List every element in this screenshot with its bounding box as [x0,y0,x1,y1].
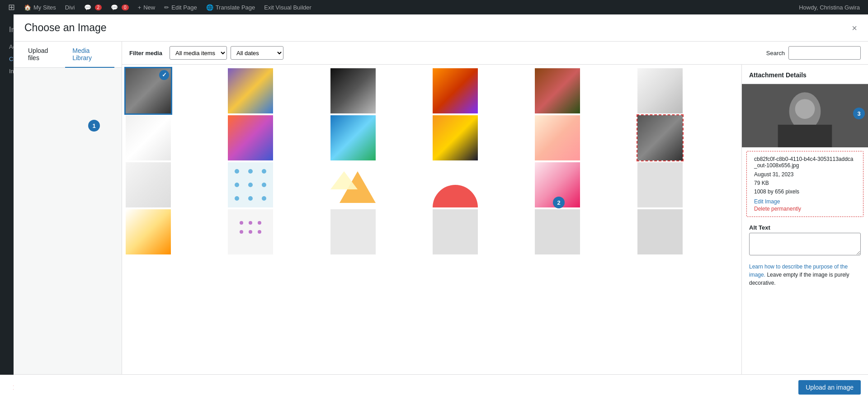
alt-text-label: Alt Text [749,224,861,231]
new-item[interactable]: + New [133,0,160,14]
attachment-thumbnail [742,84,868,147]
media-item[interactable] [433,68,478,113]
media-item[interactable] [637,209,683,254]
svg-point-2 [248,169,253,174]
media-item[interactable] [330,115,376,160]
modal-footer: Upload an image [14,374,868,400]
modal-close-button[interactable]: × [852,24,857,33]
comment-icon: 💬 [84,4,91,11]
media-item[interactable] [126,162,171,207]
svg-point-19 [249,230,252,234]
filter-label: Filter media [129,50,162,56]
media-item[interactable] [228,209,273,254]
admin-bar: ⊞ 🏠 My Sites Divi 💬 2 💬 0 + New ✏ Edit P… [0,0,868,14]
attachment-date: August 31, 2023 [754,170,856,179]
modal-body: Upload files Media Library Filter media … [14,42,868,374]
media-item[interactable] [228,162,273,207]
divi-item[interactable]: Divi [61,0,80,14]
main-content-area: Filter media All media items Images Audi… [122,42,868,374]
chat-badge: 0 [122,5,129,10]
svg-point-1 [235,169,239,174]
filter-bar: Filter media All media items Images Audi… [122,42,868,65]
media-item[interactable] [637,162,683,207]
media-item[interactable] [535,162,580,207]
globe-icon: 🌐 [206,4,213,11]
media-item[interactable] [535,209,580,254]
wp-logo-icon: ⊞ [8,2,15,12]
howdy-item[interactable]: Howdy, Christina Gwira [794,0,864,14]
media-type-select[interactable]: All media items Images Audio Video [170,46,227,60]
date-select[interactable]: All dates January 2024 August 2023 [231,46,283,60]
svg-point-20 [258,230,261,234]
alt-text-input[interactable] [749,233,861,255]
edit-icon: ✏ [164,4,169,11]
media-item[interactable] [126,115,171,160]
svg-point-16 [249,221,252,225]
exit-visual-builder-item[interactable]: Exit Visual Builder [259,0,316,14]
attachment-panel-title: Attachment Details [749,71,807,79]
svg-point-24 [795,99,815,119]
search-label: Search [766,50,785,56]
attachment-info-box: cb82fc0f-c8b0-4110-b4c4-3053113addca_out… [746,151,863,217]
media-item[interactable] [330,68,376,113]
edit-page-item[interactable]: ✏ Edit Page [160,0,201,14]
search-area: Search [766,46,861,60]
delete-image-link[interactable]: Delete permanently [754,206,856,212]
my-sites-item[interactable]: 🏠 My Sites [19,0,61,14]
media-item[interactable] [126,68,171,113]
modal-title: Choose an Image [24,22,107,34]
comments-item[interactable]: 💬 2 [80,0,107,14]
media-item[interactable] [535,68,580,113]
plus-icon: + [138,4,142,11]
media-item[interactable] [433,115,478,160]
svg-rect-23 [778,125,832,147]
attachment-filesize: 79 KB [754,179,856,188]
attachment-filename: cb82fc0f-c8b0-4110-b4c4-3053113addca_out… [754,156,856,169]
tab-media-library[interactable]: Media Library [65,42,114,68]
chat-item[interactable]: 💬 0 [106,0,133,14]
tab-upload-files[interactable]: Upload files [21,42,65,68]
search-input[interactable] [788,46,861,60]
media-item[interactable] [126,209,171,254]
svg-point-15 [240,221,243,225]
media-item[interactable] [330,209,376,254]
wp-logo-item[interactable]: ⊞ [4,0,19,14]
my-sites-icon: 🏠 [24,4,31,11]
media-grid-scroll [122,65,741,374]
svg-point-8 [248,196,253,201]
chat-icon: 💬 [111,4,118,11]
admin-bar-right: Howdy, Christina Gwira [794,0,864,14]
upload-image-button[interactable]: Upload an image [798,380,861,395]
left-panel: Upload files Media Library [14,42,122,374]
media-modal: Choose an Image × Upload files Media Lib… [14,14,868,400]
media-item[interactable] [228,68,273,113]
svg-point-6 [262,183,266,187]
svg-point-17 [258,221,261,225]
media-item[interactable] [330,162,376,207]
media-item[interactable] [228,115,273,160]
svg-point-7 [235,196,239,201]
modal-header: Choose an Image × [14,14,868,42]
media-item[interactable] [637,115,683,160]
svg-point-9 [262,196,266,201]
alt-text-field: Alt Text [742,221,868,261]
media-grid [126,68,738,254]
svg-point-18 [240,230,243,234]
svg-point-5 [248,183,253,187]
media-item[interactable] [637,68,683,113]
svg-point-4 [235,183,239,187]
attachment-panel-header: Attachment Details [742,65,868,84]
svg-point-3 [262,169,266,174]
tabs-container: Upload files Media Library [14,42,122,68]
media-item[interactable] [535,115,580,160]
media-item[interactable] [433,209,478,254]
translate-page-item[interactable]: 🌐 Translate Page [202,0,260,14]
attachment-dimensions: 1008 by 656 pixels [754,188,856,196]
comment-badge: 2 [95,5,102,10]
alt-text-help: Learn how to describe the purpose of the… [742,261,868,292]
media-item[interactable] [433,162,478,207]
edit-image-link[interactable]: Edit Image [754,198,856,205]
attachment-details-panel: Attachment Details cb82fc0f-c8b0-411 [741,65,868,374]
media-grid-wrapper: Attachment Details cb82fc0f-c8b0-411 [122,65,868,374]
